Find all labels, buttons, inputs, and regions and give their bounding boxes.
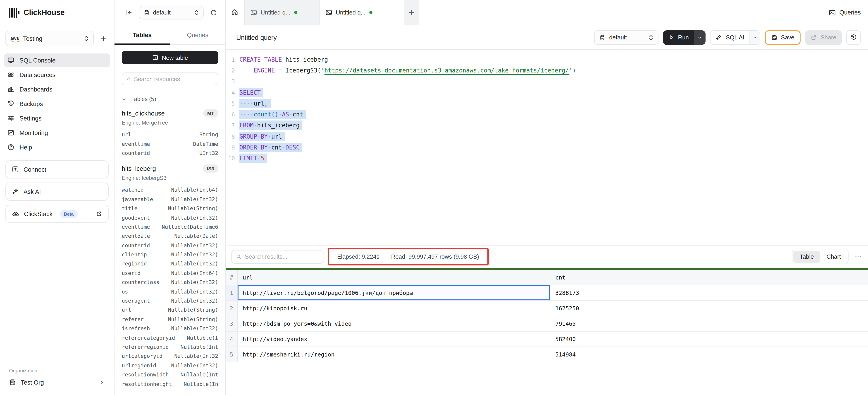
tab-untitled-query-1[interactable]: Untitled q...	[244, 0, 319, 25]
connect-button[interactable]: Connect	[5, 160, 108, 178]
search-resources[interactable]	[122, 73, 218, 85]
query-title[interactable]: Untitled query	[236, 34, 277, 41]
new-table-button[interactable]: New table	[122, 51, 218, 64]
search-icon	[236, 254, 242, 259]
cell-cnt[interactable]: 3288173	[550, 285, 868, 301]
table-row[interactable]: 1http://liver.ru/belgorod/page/1006.jки/…	[226, 285, 868, 301]
search-results-input[interactable]	[245, 253, 319, 260]
sql-ai-button[interactable]: SQL AI	[710, 30, 760, 45]
column-row: regionidNullable(Int32)	[122, 259, 218, 269]
sidebar-item-dashboards[interactable]: Dashboards	[4, 82, 111, 96]
refresh-icon[interactable]	[208, 7, 219, 18]
sidebar-item-monitoring[interactable]: Monitoring	[4, 126, 111, 140]
cell-url[interactable]: http://video.yandex	[238, 332, 550, 347]
connect-icon	[12, 166, 19, 173]
cell-url[interactable]: http://kinopoisk.ru	[238, 301, 550, 316]
query-database-value: default	[609, 34, 645, 41]
data-sources-icon	[7, 71, 14, 78]
line-number: 1	[226, 56, 239, 63]
sidebar-item-settings[interactable]: Settings	[4, 111, 111, 125]
share-button[interactable]: Share	[805, 30, 842, 45]
cell-cnt[interactable]: 514984	[550, 347, 868, 362]
column-header-index[interactable]: #	[226, 270, 238, 285]
building-icon	[9, 379, 16, 386]
sidebar-item-data-sources[interactable]: Data sources	[4, 68, 111, 82]
column-row: urlNullable(String)	[122, 306, 218, 315]
toggle-chart[interactable]: Chart	[820, 251, 847, 262]
queries-button[interactable]: Queries	[828, 0, 861, 25]
table-name[interactable]: hits_clickhouse	[122, 110, 165, 117]
workspace-selector[interactable]: aws Testing	[5, 31, 94, 46]
results-table: 1http://liver.ru/belgorod/page/1006.jки/…	[226, 285, 868, 362]
run-button[interactable]: Run	[663, 30, 706, 45]
save-icon	[771, 34, 777, 40]
engine-label: Engine: IcebergS3	[122, 175, 218, 181]
cell-cnt[interactable]: 791465	[550, 316, 868, 332]
row-index: 3	[226, 316, 238, 332]
resource-table[interactable]: hits_clickhouseMTEngine: MergeTreeurlStr…	[122, 109, 218, 158]
chevron-updown-icon	[194, 9, 199, 16]
organization-name: Test Org	[21, 379, 44, 386]
console-tab-icon	[250, 9, 257, 16]
query-database-selector[interactable]: default	[594, 30, 658, 45]
sidebar-item-backups[interactable]: Backups	[4, 97, 111, 111]
editor-line: 10LIMIT·5	[226, 153, 868, 164]
home-icon[interactable]	[229, 6, 240, 18]
tab-untitled-query-2[interactable]: Untitled q...	[319, 0, 404, 25]
organization-selector[interactable]: Test Org	[9, 379, 105, 386]
tab-tables[interactable]: Tables	[115, 25, 170, 45]
cell-cnt[interactable]: 582400	[550, 332, 868, 347]
queries-icon	[828, 9, 836, 16]
logo-zone: ClickHouse DT	[0, 0, 115, 25]
column-row: eventtimeNullable(DateTime6	[122, 222, 218, 231]
toggle-table[interactable]: Table	[793, 251, 820, 262]
search-resources-input[interactable]	[134, 76, 214, 82]
database-icon	[599, 34, 606, 40]
organization-section: Organization Test Org	[0, 362, 114, 395]
sql-editor[interactable]: 1CREATE TABLE hits_iceberg2 ENGINE = Ice…	[226, 50, 868, 245]
history-icon	[850, 34, 857, 41]
cell-url[interactable]: http://liver.ru/belgorod/page/1006.jки/д…	[238, 285, 550, 301]
table-icon	[152, 54, 158, 61]
collapse-sidebar-icon[interactable]	[124, 7, 134, 18]
engine-label: Engine: MergeTree	[122, 120, 218, 126]
beta-badge: Beta	[60, 210, 78, 218]
tab-queries[interactable]: Queries	[170, 25, 225, 45]
sql-ai-caret[interactable]	[749, 31, 760, 44]
sidebar-item-help[interactable]: Help	[4, 140, 111, 154]
cell-url[interactable]: http://bdsm_po_yers=0&with_video	[238, 316, 550, 332]
resource-table[interactable]: hits_icebergIS3Engine: IcebergS3watchidN…	[122, 164, 218, 389]
clickstack-button[interactable]: ClickStack Beta	[5, 205, 108, 223]
view-toggle: Table Chart	[792, 249, 848, 264]
clickhouse-logo-icon	[9, 7, 20, 18]
table-row[interactable]: 4http://video.yandex582400	[226, 332, 868, 347]
table-name[interactable]: hits_iceberg	[122, 165, 156, 172]
line-number: 6	[226, 111, 239, 118]
tables-section-header[interactable]: Tables (5)	[122, 96, 218, 102]
editor-line: 6····count()·AS·cnt	[226, 109, 868, 120]
search-results[interactable]	[231, 250, 324, 263]
column-row: eventdateNullable(Date)	[122, 231, 218, 241]
line-number: 8	[226, 133, 239, 140]
column-header-url[interactable]: url	[238, 270, 550, 285]
engine-badge: IS3	[203, 164, 218, 173]
more-options-icon[interactable]	[855, 253, 862, 260]
run-options-caret[interactable]	[694, 30, 706, 45]
sidebar-item-sql-console[interactable]: SQL Console	[4, 53, 111, 67]
tab-label: Untitled q...	[336, 9, 366, 16]
cell-cnt[interactable]: 1625250	[550, 301, 868, 316]
column-header-cnt[interactable]: cnt	[550, 270, 868, 285]
database-selector[interactable]: default	[139, 6, 204, 19]
ask-ai-button[interactable]: Ask AI	[5, 182, 108, 201]
read-stat: Read: 99,997,497 rows (9.98 GB)	[391, 253, 479, 260]
add-workspace-button[interactable]	[98, 33, 108, 44]
new-tab-button[interactable]	[404, 0, 419, 25]
table-row[interactable]: 3http://bdsm_po_yers=0&with_video791465	[226, 316, 868, 332]
query-history-button[interactable]	[846, 30, 861, 45]
save-button[interactable]: Save	[765, 30, 801, 45]
row-index: 4	[226, 332, 238, 347]
table-row[interactable]: 5http://smeshariki.ru/region514984	[226, 347, 868, 362]
results-resize-bar[interactable]	[226, 268, 868, 270]
cell-url[interactable]: http://smeshariki.ru/region	[238, 347, 550, 362]
table-row[interactable]: 2http://kinopoisk.ru1625250	[226, 301, 868, 316]
